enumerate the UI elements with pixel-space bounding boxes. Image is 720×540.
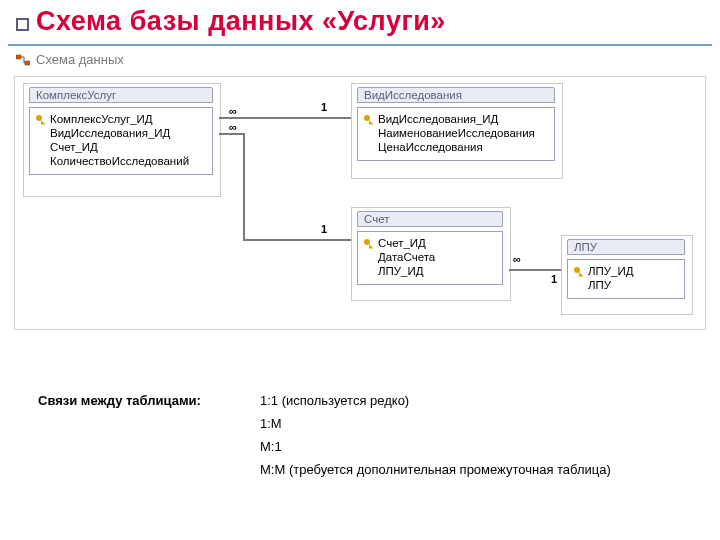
legend-row: 1:1 (используется редко) (260, 390, 611, 411)
relationship-line[interactable] (219, 117, 351, 119)
field-name: ЛПУ (588, 278, 611, 292)
relationship-icon (16, 53, 30, 67)
entity-lpu[interactable]: ЛПУ ЛПУ_ИД ЛПУ (567, 239, 685, 299)
schema-canvas[interactable]: КомплексУслуг КомплексУслуг_ИД ВидИсслед… (14, 76, 706, 330)
relationship-label-one: 1 (321, 101, 327, 113)
field-name: ДатаСчета (378, 250, 435, 264)
relationship-label-one: 1 (551, 273, 557, 285)
svg-rect-0 (16, 55, 21, 59)
field-row[interactable]: ВидИсследования_ИД (360, 112, 552, 126)
legend-label: Связи между таблицами: (38, 390, 258, 411)
title-bullet (16, 18, 29, 31)
field-row[interactable]: ЛПУ_ИД (360, 264, 500, 278)
entity-body: ЛПУ_ИД ЛПУ (567, 259, 685, 299)
relationship-line[interactable] (219, 133, 245, 135)
field-row[interactable]: ВидИсследования_ИД (32, 126, 210, 140)
svg-rect-1 (25, 61, 30, 65)
entity-vid[interactable]: ВидИсследования ВидИсследования_ИД Наиме… (357, 87, 555, 161)
field-row[interactable]: КомплексУслуг_ИД (32, 112, 210, 126)
legend-row: М:1 (260, 436, 611, 457)
entity-body: ВидИсследования_ИД НаименованиеИсследова… (357, 107, 555, 161)
field-row[interactable]: Счет_ИД (32, 140, 210, 154)
field-name: Счет_ИД (378, 236, 426, 250)
field-name: ЛПУ_ИД (378, 264, 424, 278)
field-row[interactable]: КоличествоИсследований (32, 154, 210, 168)
key-icon (364, 238, 374, 248)
entity-body: Счет_ИД ДатаСчета ЛПУ_ИД (357, 231, 503, 285)
entity-body: КомплексУслуг_ИД ВидИсследования_ИД Счет… (29, 107, 213, 175)
legend-row: 1:М (260, 413, 611, 434)
relationship-label-infinity: ∞ (513, 253, 521, 265)
field-name: ЛПУ_ИД (588, 264, 634, 278)
key-icon (36, 114, 46, 124)
field-name: КомплексУслуг_ИД (50, 112, 153, 126)
field-name: КоличествоИсследований (50, 154, 189, 168)
relationship-line[interactable] (243, 133, 245, 241)
legend: Связи между таблицами: 1:1 (используется… (36, 388, 613, 482)
entity-title[interactable]: ВидИсследования (357, 87, 555, 103)
window-tab[interactable]: Схема данных (12, 50, 134, 69)
key-icon (574, 266, 584, 276)
field-row[interactable]: НаименованиеИсследования (360, 126, 552, 140)
relationship-label-one: 1 (321, 223, 327, 235)
relationship-line[interactable] (509, 269, 561, 271)
field-name: ВидИсследования_ИД (50, 126, 170, 140)
field-name: ЦенаИсследования (378, 140, 483, 154)
schema-window: Схема данных КомплексУслуг КомплексУслуг… (8, 44, 712, 342)
entity-schet[interactable]: Счет Счет_ИД ДатаСчета ЛПУ_ИД (357, 211, 503, 285)
entity-title[interactable]: ЛПУ (567, 239, 685, 255)
legend-row: М:М (требуется дополнительная промежуточ… (260, 459, 611, 480)
relationship-label-infinity: ∞ (229, 121, 237, 133)
field-row[interactable]: ЛПУ (570, 278, 682, 292)
relationship-line[interactable] (243, 239, 351, 241)
field-row[interactable]: ЦенаИсследования (360, 140, 552, 154)
window-tab-label: Схема данных (36, 52, 124, 67)
field-row[interactable]: ЛПУ_ИД (570, 264, 682, 278)
entity-title[interactable]: КомплексУслуг (29, 87, 213, 103)
entity-komplex[interactable]: КомплексУслуг КомплексУслуг_ИД ВидИсслед… (29, 87, 213, 175)
page-title: Схема базы данных «Услуги» (0, 0, 720, 39)
relationship-label-infinity: ∞ (229, 105, 237, 117)
key-icon (364, 114, 374, 124)
field-name: Счет_ИД (50, 140, 98, 154)
field-name: НаименованиеИсследования (378, 126, 535, 140)
field-row[interactable]: ДатаСчета (360, 250, 500, 264)
field-name: ВидИсследования_ИД (378, 112, 498, 126)
entity-title[interactable]: Счет (357, 211, 503, 227)
field-row[interactable]: Счет_ИД (360, 236, 500, 250)
